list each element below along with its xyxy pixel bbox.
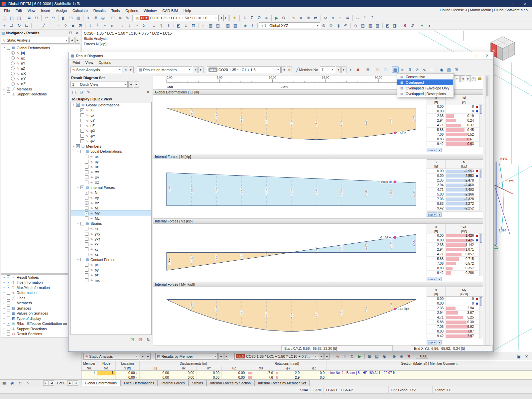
bottom-analysis-combo[interactable]: ∿ Static Analysis▼ (83, 353, 139, 360)
expander-icon[interactable]: ▸ (2, 332, 6, 335)
radio-button[interactable] (11, 82, 15, 86)
display-item-ux[interactable]: ∿ux (71, 113, 151, 118)
navigation-cube[interactable]: -X (491, 37, 515, 61)
smooth-results-icon[interactable]: ≈ (399, 66, 406, 73)
rendering-icon[interactable]: ◨ (391, 23, 398, 29)
undo-icon[interactable]: ↶ (43, 15, 50, 21)
result-table-row[interactable]: 4.710.857 (427, 252, 483, 257)
radio-button[interactable] (11, 77, 15, 80)
calculate-all-icon[interactable]: ▶ (273, 15, 280, 21)
checkbox[interactable] (80, 119, 84, 122)
checkbox[interactable] (80, 113, 84, 117)
menu-options[interactable]: Options (123, 8, 141, 13)
checkbox[interactable] (7, 322, 10, 326)
tab-local-deformations[interactable]: Local Deformations (120, 380, 158, 386)
display-item-uy[interactable]: ∿uY (71, 118, 151, 123)
dialog-analysis-combo[interactable]: ∿ Static Analysis▼ (70, 66, 122, 73)
navigator-analysis-combo[interactable]: ∿ Static Analysis ▼ (1, 37, 69, 44)
lock-icon[interactable] (478, 77, 481, 80)
radio-button[interactable] (11, 56, 15, 60)
table-scrollbar[interactable] (479, 297, 483, 339)
checkbox[interactable] (85, 175, 88, 179)
display-item-uy[interactable]: ∿uy (71, 159, 151, 165)
result-table-row[interactable]: 5.880.45 (427, 128, 483, 132)
prev-button[interactable]: ◀ (140, 353, 145, 360)
coordinate-system-status[interactable]: CS: Global XYZ (388, 386, 432, 394)
panels-toggle-icon[interactable]: ▥ (75, 15, 82, 21)
checkbox[interactable] (76, 144, 80, 148)
print-preview-icon[interactable]: ⊟ (33, 15, 40, 21)
next-button[interactable]: ▶ (287, 66, 292, 73)
expander-icon[interactable]: ▸ (2, 281, 6, 284)
dialog-maximize-icon[interactable]: □ (470, 52, 481, 59)
diagram-scrollbar[interactable] (485, 75, 489, 345)
dialog-close-icon[interactable]: ✕ (481, 52, 493, 59)
result-table-row[interactable]: 0.000 (427, 297, 483, 301)
osnap-toggle[interactable]: OSNAP (338, 386, 356, 394)
display-properties-icon[interactable]: ◎ (99, 15, 106, 21)
checkbox[interactable] (85, 247, 88, 251)
next-button[interactable]: ▶ (146, 353, 151, 360)
prev-button[interactable]: ◀ (193, 66, 198, 73)
checkbox[interactable] (7, 306, 10, 310)
nodal-load-icon[interactable]: ↓ (119, 23, 126, 29)
next-button[interactable]: ▶ (134, 81, 139, 88)
checkbox[interactable] (7, 281, 10, 284)
pin-icon[interactable]: ⊡ (68, 30, 73, 36)
checkbox[interactable] (85, 232, 88, 236)
display-item-x[interactable]: ∿φx (71, 170, 151, 175)
view-in-y-icon[interactable]: ▥ (367, 23, 374, 29)
display-item-z[interactable]: ∿κz (71, 252, 151, 257)
help-icon[interactable]: ? (369, 15, 376, 21)
member-no-combo[interactable]: 7▼ (320, 66, 335, 73)
result-values-table-2[interactable]: x[ft]Vz[kip]0.001.4260.001.4262.351.1422… (427, 224, 483, 276)
display-item-strains[interactable]: ▾▤Strains (71, 221, 151, 226)
pick-member-icon[interactable]: ⌖ (347, 66, 354, 73)
combination-next-button[interactable]: ▶ (223, 15, 228, 21)
next-page-icon[interactable]: ▶ (67, 380, 72, 386)
result-values-table-1[interactable]: x[ft]N[kip]0.00-2.5530.00-2.5532.35-2.47… (427, 159, 483, 211)
display-item-xz[interactable]: ∿γxz (71, 236, 151, 242)
checkbox[interactable] (80, 139, 84, 143)
expander-icon[interactable]: ▾ (76, 186, 80, 189)
select-objects-icon[interactable]: ⌖ (85, 15, 92, 21)
display-item-z[interactable]: ∿φz (71, 180, 151, 185)
tab-views-icon[interactable]: ◘ (17, 380, 24, 386)
block-copy-icon[interactable]: ⊡ (109, 15, 116, 21)
result-values-table-3[interactable]: x[ft]My[kipft]0.0000.0002.352.942.943.67… (427, 287, 483, 339)
last-page-icon[interactable]: ⇥ (73, 380, 78, 386)
result-table-row[interactable]: 2.94-2.460 (427, 183, 483, 188)
filter-results-icon[interactable]: ∿ (421, 66, 428, 73)
new-opening-icon[interactable]: ⊠ (77, 23, 84, 29)
tab-global-deformations[interactable]: Global Deformations (81, 380, 120, 386)
radio-button[interactable] (11, 51, 15, 55)
comments-icon[interactable]: ¶ (158, 23, 165, 29)
checkbox[interactable] (85, 181, 88, 184)
diagram-plot-3[interactable]: 2.945.256.927.978.397.976.925.252.942.48… (153, 287, 427, 344)
checkbox[interactable] (80, 258, 84, 261)
member-load-icon[interactable]: ⇓ (126, 23, 133, 29)
result-table-row[interactable]: 9.420.63 (427, 142, 483, 146)
checkbox[interactable] (85, 211, 88, 215)
table-filter-button[interactable]: ▾ (438, 340, 442, 344)
result-table-row[interactable]: 2.351.142 (427, 243, 483, 247)
checkbox[interactable] (80, 186, 84, 189)
table-scrollbar[interactable] (479, 169, 483, 211)
menu-edit[interactable]: Edit (13, 8, 25, 13)
prev-button[interactable]: ◀ (69, 37, 74, 44)
table-filter-max-button[interactable]: max ▾ (427, 148, 437, 152)
coordinate-system-combo[interactable]: ◇ 1 - Global XYZ ▼ (259, 22, 320, 29)
dialog-combination-combo[interactable]: ULS CO20 1.35 * LC1 + 1.5... ▼ (207, 66, 281, 73)
next-button[interactable]: ▶ (75, 37, 80, 44)
checkbox[interactable] (85, 165, 88, 169)
member-filter-icon[interactable]: ◉ (381, 353, 388, 359)
display-item-ux[interactable]: ∿ux (71, 154, 151, 159)
display-item-px[interactable]: ∿px (71, 262, 151, 268)
display-item-x[interactable]: ∿φX (71, 128, 151, 134)
prev-button[interactable]: ◀ (128, 81, 133, 88)
result-table-row[interactable]: 4.71-2.403 (427, 188, 483, 192)
menu-view[interactable]: View (25, 8, 38, 13)
checkbox[interactable] (7, 92, 10, 96)
refresh-icon[interactable]: ↺ (409, 23, 416, 29)
new-diagram-set-icon[interactable]: ▢ (70, 89, 77, 95)
